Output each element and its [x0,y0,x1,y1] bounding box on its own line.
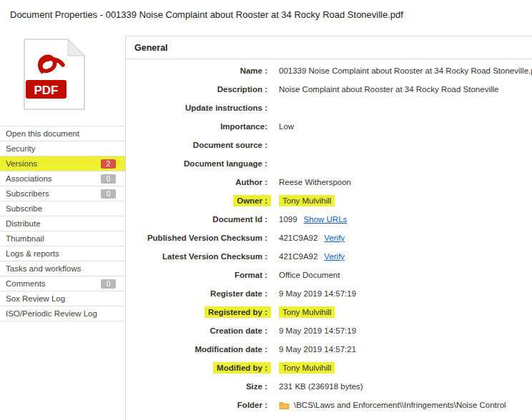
property-value: 9 May 2019 14:57:19 [279,325,356,336]
property-row-folder: Folder : \BCS\Laws and Enforcement\\Infr… [126,396,532,414]
property-row-document-id: Document Id : 1099Show URLs [126,210,532,229]
sidebar-item-thumbnail[interactable]: Thumbnail [0,231,125,246]
pdf-file-icon: PDF [20,39,86,110]
sidebar-item-label: Distribute [6,219,41,228]
property-label: Modification date : [194,344,267,355]
property-label: Owner : [233,195,271,206]
property-row-modification-date: Modification date : 9 May 2019 14:57:21 [126,340,532,359]
property-value: Office Document [279,269,340,281]
property-value: Reese Witherspoon [279,176,351,188]
property-row-size: Size : 231 KB (236918 bytes) [126,377,532,396]
property-label: Description : [217,84,267,95]
property-row-document-source: Document source : [126,136,532,154]
folder-icon [279,401,290,409]
sidebar-item-open-this-document[interactable]: Open this document [0,126,125,141]
sidebar-item-label: Associations [6,174,52,183]
property-value: 001339 Noise Complaint about Rooster at … [279,65,532,76]
property-label: Format : [235,269,267,281]
property-row-latest-version-checksum: Latest Version Checksum : 421C9A92Verify [126,247,532,266]
sidebar-item-sox-review-log[interactable]: Sox Review Log [0,291,125,306]
property-row-document-language: Document language : [126,154,532,173]
general-panel: General Name : 001339 Noise Complaint ab… [125,36,532,420]
property-value: Tony Mulvihill [279,195,335,206]
property-label: Size : [246,381,267,392]
property-label: Modified by : [213,362,271,374]
sidebar-item-label: Sox Review Log [6,294,65,303]
property-value: 9 May 2019 14:57:19 [279,288,356,299]
sidebar-item-associations[interactable]: Associations 0 [0,171,125,186]
sidebar-item-label: Comments [6,279,46,288]
subscribers-badge: 0 [101,189,116,199]
window-title: Document Properties - 001339 Noise Compl… [0,0,532,29]
sidebar-item-comments[interactable]: Comments 0 [0,276,125,291]
sidebar-item-label: Logs & reports [6,249,59,258]
property-label: Document Id : [212,214,267,225]
property-value: Tony Mulvihill [279,306,335,318]
sidebar-item-label: Versions [6,159,37,168]
property-value: 421C9A92 [279,232,317,244]
sidebar-item-label: Thumbnail [6,234,44,243]
property-label: Register date : [210,288,267,299]
property-value: Tony Mulvihill [279,362,335,374]
property-value: 421C9A92 [279,251,317,262]
sidebar-item-subscribe[interactable]: Subscribe [0,201,125,216]
sidebar-item-versions[interactable]: Versions 2 [0,156,125,171]
versions-badge: 2 [101,159,116,169]
sidebar-item-distribute[interactable]: Distribute [0,216,125,231]
property-label: Folder : [237,399,267,411]
property-value: 231 KB (236918 bytes) [279,381,363,392]
sidebar-item-subscribers[interactable]: Subscribers 0 [0,186,125,201]
sidebar-item-tasks-and-workflows[interactable]: Tasks and workflows [0,261,125,276]
property-label: Creation date : [210,325,267,336]
verify-link[interactable]: Verify [324,252,345,261]
comments-badge: 0 [101,279,116,289]
property-row-published-version-checksum: Published Version Checksum : 421C9A92Ver… [126,229,532,247]
sidebar-item-label: Subscribe [6,204,42,213]
property-label: Document language : [184,158,267,169]
show-urls-link[interactable]: Show URLs [304,215,348,224]
property-row-update-instructions: Update instructions : [126,99,532,117]
pdf-file-icon-graphic: PDF [20,39,86,110]
property-label: Document source : [193,139,267,151]
verify-link[interactable]: Verify [324,234,345,242]
property-row-description: Description : Noise Complaint about Roos… [126,80,532,99]
sidebar-item-label: ISO/Periodic Review Log [6,309,97,318]
property-label: Registered by : [205,306,271,318]
property-label: Importance: [220,121,267,132]
sidebar: PDF Open this document Security Versions… [0,29,125,420]
property-label: Author : [235,176,267,188]
sidebar-item-label: Subscribers [6,189,49,198]
sidebar-item-logs-reports[interactable]: Logs & reports [0,246,125,261]
properties-list: Name : 001339 Noise Complaint about Roos… [126,59,532,414]
property-row-register-date: Register date : 9 May 2019 14:57:19 [126,284,532,303]
property-row-modified-by: Modified by : Tony Mulvihill [126,359,532,377]
property-row-creation-date: Creation date : 9 May 2019 14:57:19 [126,321,532,340]
svg-text:PDF: PDF [34,84,59,97]
sidebar-menu: Open this document Security Versions 2 A… [0,126,125,321]
property-value: Noise Complaint about Rooster at 34 Rock… [279,84,498,95]
property-value: Low [279,121,294,132]
property-row-author: Author : Reese Witherspoon [126,173,532,191]
property-value: 1099 [279,214,297,225]
property-value: \BCS\Laws and Enforcement\\Infringements… [294,399,506,411]
property-label: Published Version Checksum : [147,232,267,244]
property-row-owner: Owner : Tony Mulvihill [126,191,532,210]
property-value: 9 May 2019 14:57:21 [279,344,356,355]
property-row-importance: Importance: Low [126,117,532,136]
property-label: Latest Version Checksum : [162,251,267,262]
property-label: Update instructions : [185,102,267,114]
associations-badge: 0 [101,174,116,184]
property-row-format: Format : Office Document [126,266,532,284]
sidebar-item-label: Tasks and workflows [6,264,81,273]
sidebar-item-label: Open this document [6,129,79,138]
property-row-name: Name : 001339 Noise Complaint about Roos… [126,61,532,80]
property-label: Name : [240,65,267,76]
section-header-general: General [126,36,532,59]
sidebar-item-label: Security [6,144,36,153]
sidebar-item-security[interactable]: Security [0,141,125,156]
property-row-registered-by: Registered by : Tony Mulvihill [126,303,532,321]
sidebar-item-iso-periodic-review-log[interactable]: ISO/Periodic Review Log [0,306,125,321]
